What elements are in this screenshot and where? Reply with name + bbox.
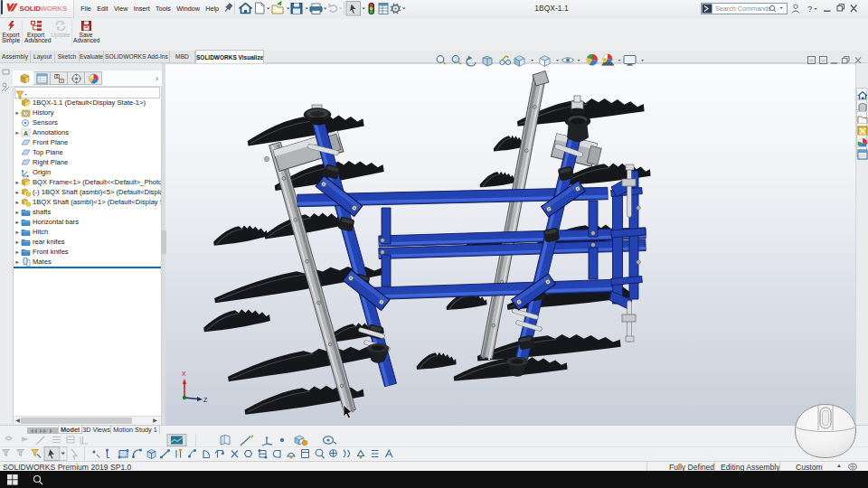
svg-text:X: X xyxy=(182,371,186,377)
svg-text:B: B xyxy=(55,74,58,79)
svg-text:?: ? xyxy=(807,4,812,14)
svg-text:Search Commands: Search Commands xyxy=(715,5,771,13)
svg-text:Z: Z xyxy=(203,397,208,403)
svg-text:SOLID: SOLID xyxy=(19,4,41,12)
svg-text:A: A xyxy=(24,130,28,136)
svg-text:WORKS: WORKS xyxy=(40,4,68,12)
